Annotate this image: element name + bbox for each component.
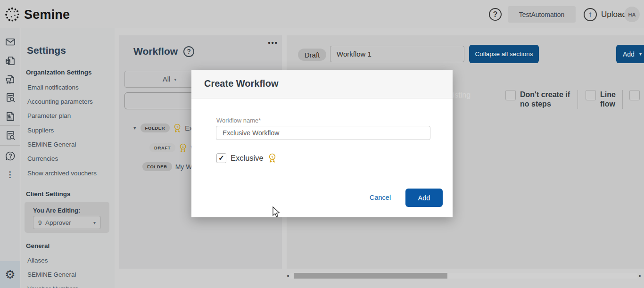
add-button-label: Add — [623, 50, 635, 58]
exclusive-option-row: ✓ Exclusive 1 — [216, 153, 277, 163]
invoices-icon[interactable] — [4, 55, 17, 67]
nav-item-semine-general-client[interactable]: SEMINE General — [27, 271, 76, 278]
nav-item-parameter-plan[interactable]: Parameter plan — [27, 112, 71, 119]
option-partial — [629, 90, 640, 100]
help-icon[interactable]: ? — [489, 8, 502, 21]
nav-item-suppliers[interactable]: Suppliers — [27, 127, 54, 134]
workflow-name-label: Workflow name* — [216, 117, 261, 124]
voucher-icon[interactable] — [4, 110, 17, 123]
upload-arrow-icon: ↑ — [584, 8, 597, 21]
scrollbar-thumb[interactable] — [294, 273, 447, 279]
draft-badge: DRAFT — [149, 143, 175, 152]
option-dont-create-if-no-steps: Don't create if no steps — [505, 90, 570, 109]
client-selector-button[interactable]: TestAutomation — [508, 6, 576, 23]
folder-badge: FOLDER — [140, 123, 170, 132]
exclusive-medal-icon: 1 — [179, 143, 187, 153]
chevron-down-icon: ▾ — [93, 220, 96, 225]
nav-section-organization: Organization Settings — [26, 69, 92, 76]
exclusive-checkbox-checked[interactable]: ✓ — [216, 153, 226, 163]
nav-item-currencies[interactable]: Currencies — [27, 155, 58, 162]
nav-section-general: General — [26, 242, 50, 249]
panel-title: Workflow — [133, 46, 178, 57]
rail-divider — [0, 145, 20, 146]
settings-rail-item-active[interactable]: ⚙ — [0, 261, 20, 288]
exclusive-medal-icon: 1 — [268, 153, 277, 163]
option-divider — [578, 90, 578, 109]
scroll-right-icon[interactable]: ► — [637, 273, 643, 278]
chevron-down-icon: ▾ — [174, 77, 176, 82]
panel-menu-icon[interactable]: ••• — [268, 39, 278, 47]
editing-label: You Are Editing: — [33, 207, 80, 214]
editing-client-select[interactable]: 9_Approver ▾ — [33, 216, 101, 229]
upload-button[interactable]: ↑ Upload — [584, 7, 627, 22]
settings-navigation: Settings Organization Settings Email not… — [21, 28, 115, 288]
nav-section-client: Client Settings — [26, 190, 71, 197]
add-split-button[interactable]: Add ▾ — [616, 45, 644, 63]
checkbox-unchecked[interactable] — [586, 90, 596, 100]
upload-label: Upload — [601, 10, 627, 19]
document-search-icon[interactable] — [4, 91, 17, 104]
horizontal-scrollbar[interactable]: ◄ ► — [285, 272, 643, 279]
exclusive-label: Exclusive — [231, 154, 264, 163]
create-workflow-modal: Create Workflow Workflow name* ✓ Exclusi… — [191, 70, 453, 217]
app-header: Semine ? TestAutomation ↑ Upload HA — [0, 0, 644, 28]
modal-title: Create Workflow — [204, 78, 278, 89]
svg-text:1: 1 — [182, 145, 184, 149]
nav-item-aliases[interactable]: Aliases — [27, 257, 48, 264]
scroll-left-icon[interactable]: ◄ — [285, 273, 290, 278]
nav-item-semine-general[interactable]: SEMINE General — [27, 141, 76, 148]
editing-client-value: 9_Approver — [38, 219, 71, 226]
support-chat-icon[interactable] — [4, 150, 17, 162]
svg-text:1: 1 — [176, 125, 178, 129]
gear-icon: ⚙ — [5, 268, 15, 281]
workflow-name-input[interactable] — [330, 46, 464, 62]
you-are-editing-box: You Are Editing: 9_Approver ▾ — [25, 202, 109, 233]
rail-divider — [0, 125, 20, 126]
user-avatar[interactable]: HA — [624, 7, 640, 22]
nav-item-voucher-numbers[interactable]: Voucher Numbers — [27, 285, 78, 288]
filter-value: All — [163, 75, 170, 83]
purchase-icon[interactable] — [4, 74, 17, 86]
brand-name: Semine — [24, 8, 70, 22]
modal-workflow-name-input[interactable] — [216, 126, 430, 140]
nav-item-accounting-parameters[interactable]: Accounting parameters — [27, 98, 93, 105]
checkbox-unchecked[interactable] — [505, 90, 516, 100]
cancel-button[interactable]: Cancel — [370, 194, 391, 201]
tree-expand-icon[interactable]: ▾ — [133, 125, 136, 131]
page-title: Settings — [27, 45, 66, 56]
folder-badge: FOLDER — [142, 162, 172, 171]
nav-item-email-notifications[interactable]: Email notifications — [27, 84, 79, 91]
archive-search-icon[interactable] — [4, 129, 17, 141]
modal-add-button[interactable]: Add — [405, 189, 443, 207]
scrollbar-track[interactable] — [290, 273, 637, 279]
svg-text:1: 1 — [271, 155, 273, 159]
exclusive-medal-icon: 1 — [173, 123, 182, 133]
option-line-flow: Line flow — [586, 90, 616, 109]
checkbox-unchecked[interactable] — [629, 90, 640, 100]
option-divider — [622, 90, 623, 109]
nav-item-show-archived-vouchers[interactable]: Show archived vouchers — [27, 170, 97, 177]
mail-icon[interactable] — [4, 36, 17, 48]
status-badge: Draft — [298, 49, 326, 61]
more-options-icon[interactable]: ⋮ — [0, 170, 20, 180]
semine-logo-icon — [4, 6, 21, 23]
collapse-all-sections-button[interactable]: Collapse all sections — [469, 45, 539, 63]
workflow-help-icon[interactable]: ? — [183, 46, 194, 57]
brand-logo[interactable]: Semine — [4, 6, 70, 23]
modal-header: Create Workflow — [191, 70, 453, 99]
chevron-down-icon: ▾ — [639, 51, 642, 57]
icon-sidebar: ⋮ ⚙ — [0, 28, 20, 288]
